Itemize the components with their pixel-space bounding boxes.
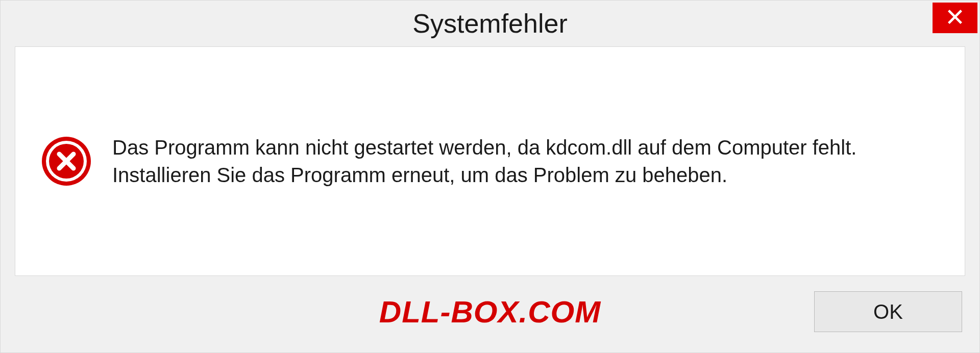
content-panel: Das Programm kann nicht gestartet werden… (15, 46, 965, 276)
button-row: DLL-BOX.COM OK (1, 286, 979, 352)
watermark-text: DLL-BOX.COM (379, 294, 601, 330)
error-icon (41, 136, 92, 187)
dialog-title: Systemfehler (412, 8, 567, 39)
close-icon (947, 9, 963, 27)
system-error-dialog: Systemfehler Das Programm kann nicht ges… (0, 0, 980, 353)
close-button[interactable] (933, 3, 977, 33)
ok-button[interactable]: OK (814, 291, 962, 332)
error-message: Das Programm kann nicht gestartet werden… (112, 134, 939, 189)
titlebar: Systemfehler (1, 1, 979, 46)
